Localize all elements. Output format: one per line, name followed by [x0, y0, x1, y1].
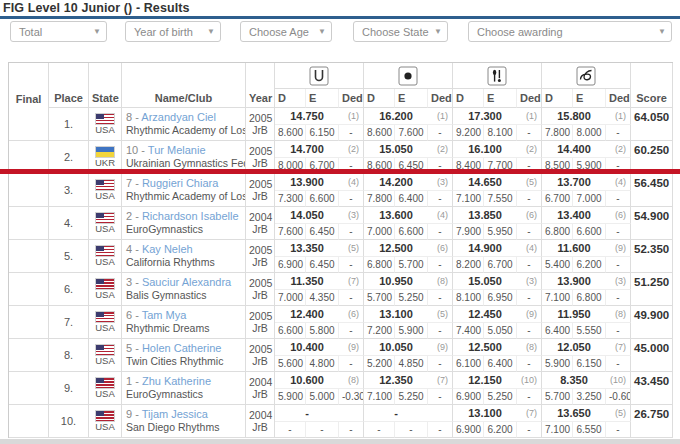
- apparatus-total: 13.350: [275, 240, 339, 257]
- apparatus-rank: (6): [428, 240, 453, 257]
- apparatus-total: 14.700: [275, 141, 339, 158]
- ded-value: -0.60: [606, 389, 631, 405]
- athlete-number: 5 -: [126, 342, 139, 354]
- e-value: 6.700: [484, 257, 517, 273]
- flag-icon: [96, 147, 114, 157]
- header-score: Score: [631, 63, 673, 108]
- athlete-link[interactable]: Tur Melanie: [148, 144, 206, 156]
- place-cell: 10.: [49, 405, 89, 438]
- e-value: 7.000: [573, 191, 606, 207]
- header-d: D: [364, 89, 395, 108]
- e-value: 5.250: [395, 389, 428, 405]
- choose-age-dropdown[interactable]: Choose Age▼: [240, 21, 332, 42]
- flag-icon: [96, 411, 114, 421]
- athlete-link[interactable]: Arzandyan Ciel: [141, 111, 216, 123]
- apparatus-rank: (10): [606, 372, 631, 389]
- e-value: 4.350: [306, 290, 339, 306]
- apparatus-total: 13.100: [364, 306, 428, 323]
- athlete-link[interactable]: Holen Catherine: [142, 342, 222, 354]
- athlete-link[interactable]: Tijam Jessica: [142, 408, 208, 420]
- apparatus-rank: (6): [606, 207, 631, 224]
- state-cell: USA: [89, 339, 122, 372]
- year-of-birth-dropdown[interactable]: Year of birth▼: [125, 21, 221, 42]
- apparatus-rank: (2): [339, 141, 364, 158]
- ded-value: -: [428, 422, 453, 438]
- athlete-link[interactable]: Kay Neleh: [142, 243, 193, 255]
- score-cell: 51.250: [631, 273, 673, 306]
- apparatus-total: 11.950: [542, 306, 606, 323]
- choose-state-dropdown[interactable]: Choose State▼: [353, 21, 448, 42]
- score-cell: 64.050: [631, 108, 673, 141]
- apparatus-total: 12.400: [275, 306, 339, 323]
- state-cell: USA: [89, 240, 122, 273]
- apparatus-rank: (2): [606, 141, 631, 158]
- athlete-number: 4 -: [126, 243, 139, 255]
- e-value: 5.900: [395, 323, 428, 339]
- ded-value: -: [606, 257, 631, 273]
- ded-value: -: [428, 257, 453, 273]
- ded-value: -: [606, 191, 631, 207]
- apparatus-rank: (3): [339, 207, 364, 224]
- club-name: Rhythmic Academy of Los Angeles: [126, 190, 241, 203]
- apparatus-rank: (4): [428, 207, 453, 224]
- header-ded: Ded.: [517, 89, 542, 108]
- d-value: 8.600: [364, 125, 395, 141]
- choose-age-dropdown-value: Choose Age: [249, 26, 309, 38]
- header-name-club: Name/Club: [122, 63, 246, 108]
- score-cell: 43.450: [631, 372, 673, 405]
- e-value: 6.200: [573, 257, 606, 273]
- e-value: 4.800: [306, 356, 339, 372]
- final-cell: [9, 339, 49, 372]
- year-cell: 2005 JrB: [246, 273, 275, 306]
- athlete-link[interactable]: Zhu Katherine: [142, 375, 211, 387]
- athlete-link[interactable]: Sauciur Alexandra: [142, 276, 231, 288]
- apparatus-rank: (4): [339, 174, 364, 191]
- e-value: 8.100: [484, 125, 517, 141]
- athlete-number: 10 -: [126, 144, 145, 156]
- header-ded: Ded.: [606, 89, 631, 108]
- table-row: 9. USA 1 - Zhu Katherine EuroGymnastics …: [9, 372, 673, 389]
- apparatus-rank: (5): [606, 405, 631, 422]
- apparatus-total: 14.750: [275, 108, 339, 125]
- d-value: 7.100: [542, 422, 573, 438]
- chevron-down-icon: ▼: [318, 22, 326, 42]
- d-value: 7.100: [453, 191, 484, 207]
- athlete-number: 1 -: [126, 375, 139, 387]
- athlete-number: 3 -: [126, 276, 139, 288]
- athlete-link[interactable]: Tam Mya: [142, 309, 187, 321]
- birth-year: 2005: [249, 277, 271, 289]
- apparatus-rank: (2): [428, 141, 453, 158]
- state-cell: USA: [89, 372, 122, 405]
- ded-value: -: [428, 356, 453, 372]
- e-value: 6.450: [306, 257, 339, 273]
- apparatus-total: 8.350: [542, 372, 606, 389]
- ded-value: -: [606, 422, 631, 438]
- ded-value: -: [339, 125, 364, 141]
- table-row: 5. USA 4 - Kay Neleh California Rhythms …: [9, 240, 673, 257]
- e-value: 5.000: [306, 389, 339, 405]
- choose-awarding-dropdown[interactable]: Choose awarding▼: [468, 21, 672, 42]
- birth-year: 2005: [249, 112, 271, 124]
- results-body: 1. USA 8 - Arzandyan Ciel Rhythmic Acade…: [9, 108, 673, 438]
- year-cell: 2004 JrB: [246, 405, 275, 438]
- apparatus-rank: (5): [428, 306, 453, 323]
- birth-year: 2005: [249, 343, 271, 355]
- flag-icon: [96, 114, 114, 124]
- total-dropdown[interactable]: Total▼: [10, 21, 107, 42]
- results-table: Final Place State Name/Club Year Score: [8, 62, 673, 438]
- e-value: 5.550: [573, 323, 606, 339]
- athlete-link[interactable]: Ruggieri Chiara: [142, 177, 218, 189]
- apparatus-total: 13.850: [453, 207, 517, 224]
- apparatus-rank: (3): [517, 273, 542, 290]
- state-cell: USA: [89, 273, 122, 306]
- header-d: D: [453, 89, 484, 108]
- name-club-cell: 9 - Tijam Jessica San Diego Rhythms: [122, 405, 246, 438]
- apparatus-total: 15.800: [542, 108, 606, 125]
- athlete-link[interactable]: Richardson Isabelle: [142, 210, 239, 222]
- apparatus-rank: [339, 405, 364, 422]
- table-row: 2. UKR 10 - Tur Melanie Ukrainian Gymnas…: [9, 141, 673, 158]
- name-club-cell: 4 - Kay Neleh California Rhythms: [122, 240, 246, 273]
- score-cell: 56.450: [631, 174, 673, 207]
- total-dropdown-value: Total: [19, 26, 42, 38]
- qualification-cut-line: [0, 169, 680, 174]
